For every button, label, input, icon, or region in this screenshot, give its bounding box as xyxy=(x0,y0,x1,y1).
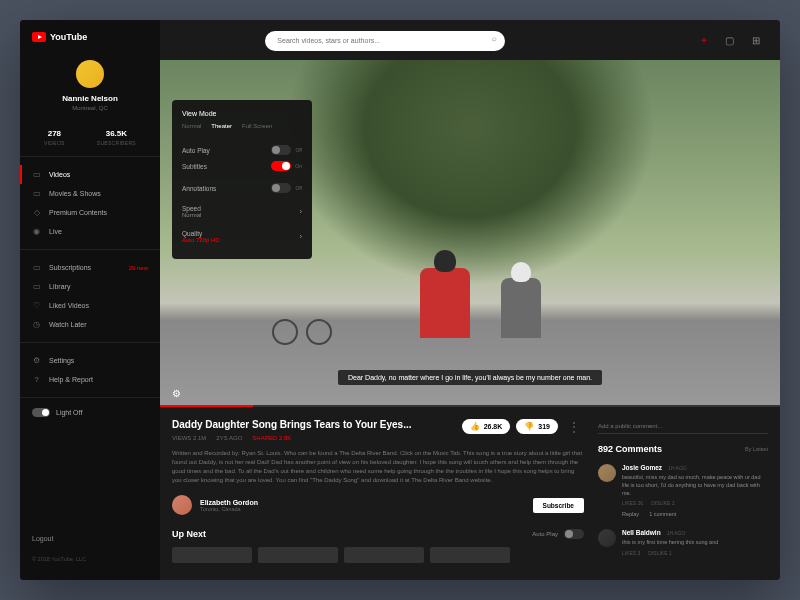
sidebar: YouTube Nannie Nelson Montreal, QC 278 V… xyxy=(20,20,160,580)
stat-videos: 278 VIDEOS xyxy=(44,129,65,146)
meta-views: VIEWS 2.1M xyxy=(172,435,206,441)
avatar[interactable] xyxy=(76,60,104,88)
video-header: Daddy Daughter Song Brings Tears to Your… xyxy=(172,419,584,441)
comment-input[interactable] xyxy=(598,419,768,434)
sidebar-item-subscriptions[interactable]: ▭Subscriptions29 new xyxy=(20,258,160,277)
more-button[interactable]: ⋮ xyxy=(564,420,584,434)
sidebar-item-library[interactable]: ▭Library xyxy=(20,277,160,296)
content-main: Daddy Daughter Song Brings Tears to Your… xyxy=(172,419,584,568)
sidebar-item-videos[interactable]: ▭Videos xyxy=(20,165,160,184)
premium-icon: ◇ xyxy=(32,208,41,217)
view-modes: Normal Theater Full Screen xyxy=(182,123,302,129)
upnext-header: Up Next Auto Play xyxy=(172,529,584,539)
subscriptions-icon: ▭ xyxy=(32,263,41,272)
sidebar-item-watchlater[interactable]: ◷Watch Later xyxy=(20,315,160,334)
search-input[interactable] xyxy=(265,31,505,51)
stat-subscribers: 36.5K SUBSCRIBERS xyxy=(97,129,136,146)
video-icon: ▭ xyxy=(32,170,41,179)
sidebar-item-movies[interactable]: ▭Movies & Shows xyxy=(20,184,160,203)
meta-age: 2YS AGO xyxy=(216,435,242,441)
sidebar-item-live[interactable]: ◉Live xyxy=(20,222,160,241)
content-area: Daddy Daughter Song Brings Tears to Your… xyxy=(160,407,780,580)
app-window: YouTube Nannie Nelson Montreal, QC 278 V… xyxy=(20,20,780,580)
logout-link[interactable]: Logout xyxy=(32,527,148,550)
autoplay-toggle[interactable] xyxy=(271,145,291,155)
upnext-autoplay-toggle[interactable] xyxy=(564,529,584,539)
panel-title: View Mode xyxy=(182,110,302,117)
up-next-section: Up Next Auto Play xyxy=(172,529,584,563)
comment-author: Josie Gomez xyxy=(622,464,662,471)
caption-text: Dear Daddy, no matter where I go in life… xyxy=(338,370,602,385)
sidebar-item-settings[interactable]: ⚙Settings xyxy=(20,351,160,370)
brand-name: YouTube xyxy=(50,32,87,42)
live-icon: ◉ xyxy=(32,227,41,236)
row-speed[interactable]: SpeedNormal › xyxy=(182,199,302,224)
youtube-icon xyxy=(32,32,46,42)
sidebar-footer: Logout © 2018 YouTube, LLC xyxy=(20,527,160,568)
comments-sort[interactable]: By Latest xyxy=(745,446,768,452)
player-settings-panel: View Mode Normal Theater Full Screen Aut… xyxy=(172,100,312,259)
subscribe-button[interactable]: Subscribe xyxy=(533,498,584,513)
video-description: Written and Recorded by: Ryan St. Louis.… xyxy=(172,449,584,485)
topbar: ⌕ ＋ ▢ ⊞ xyxy=(160,20,780,60)
like-button[interactable]: 👍26.8K xyxy=(462,419,511,434)
upnext-title: Up Next xyxy=(172,529,206,539)
video-player[interactable]: View Mode Normal Theater Full Screen Aut… xyxy=(160,60,780,407)
uploader-avatar[interactable] xyxy=(172,495,192,515)
search-box: ⌕ xyxy=(265,29,505,51)
main-area: ⌕ ＋ ▢ ⊞ View Mode Normal Theater Full Sc xyxy=(160,20,780,580)
row-annotations: Annotations Off xyxy=(182,177,302,199)
toggle-icon xyxy=(32,408,50,417)
search-icon[interactable]: ⌕ xyxy=(492,34,497,43)
row-quality[interactable]: QualityAuto 720p HD › xyxy=(182,224,302,249)
light-off-toggle[interactable]: Light Off xyxy=(20,398,160,427)
dislike-button[interactable]: 👎319 xyxy=(516,419,558,434)
annotations-toggle[interactable] xyxy=(271,183,291,193)
comment-item: Josie Gomez1H AGO beautiful, miss my dad… xyxy=(598,464,768,517)
sidebar-item-help[interactable]: ?Help & Report xyxy=(20,370,160,389)
topbar-actions: ＋ ▢ ⊞ xyxy=(696,32,764,48)
reply-button[interactable]: Replay xyxy=(622,511,639,517)
comment-avatar[interactable] xyxy=(598,529,616,547)
mode-normal[interactable]: Normal xyxy=(182,123,201,129)
library-icon: ▭ xyxy=(32,282,41,291)
comment-author: Nell Baldwin xyxy=(622,529,661,536)
video-title: Daddy Daughter Song Brings Tears to Your… xyxy=(172,419,412,430)
notifications-button[interactable]: ▢ xyxy=(722,32,738,48)
mode-fullscreen[interactable]: Full Screen xyxy=(242,123,272,129)
thumb-2[interactable] xyxy=(258,547,338,563)
uploader-name: Elizabeth Gordon xyxy=(200,499,525,506)
comments-panel: 892 Comments By Latest Josie Gomez1H AGO… xyxy=(598,419,768,568)
thumb-3[interactable] xyxy=(344,547,424,563)
sidebar-item-liked[interactable]: ♡Liked Videos xyxy=(20,296,160,315)
profile-block: Nannie Nelson Montreal, QC xyxy=(20,54,160,121)
player-gear-icon[interactable]: ⚙ xyxy=(172,388,181,399)
copyright: © 2018 YouTube, LLC xyxy=(32,550,148,568)
profile-location: Montreal, QC xyxy=(72,105,108,111)
comment-avatar[interactable] xyxy=(598,464,616,482)
comments-count: 892 Comments xyxy=(598,444,662,454)
gear-icon: ⚙ xyxy=(32,356,41,365)
profile-stats: 278 VIDEOS 36.5K SUBSCRIBERS xyxy=(20,121,160,157)
profile-name: Nannie Nelson xyxy=(62,94,118,103)
comment-item: Nell Baldwin1H AGO this is my first time… xyxy=(598,529,768,556)
upnext-autoplay: Auto Play xyxy=(532,529,584,539)
thumb-1[interactable] xyxy=(172,547,252,563)
uploader-info: Elizabeth Gordon Toronto, Canada xyxy=(200,499,525,512)
chevron-right-icon: › xyxy=(300,208,302,215)
uploader-row: Elizabeth Gordon Toronto, Canada Subscri… xyxy=(172,495,584,515)
progress-bar[interactable] xyxy=(160,405,780,407)
row-subtitles: Subtitles On xyxy=(182,155,302,177)
thumb-4[interactable] xyxy=(430,547,510,563)
mode-theater[interactable]: Theater xyxy=(211,123,232,129)
subtitles-toggle[interactable] xyxy=(271,161,291,171)
new-badge: 29 new xyxy=(129,265,148,271)
comment-text: this is my first time hering this song a… xyxy=(622,539,768,547)
upload-button[interactable]: ＋ xyxy=(696,32,712,48)
logo[interactable]: YouTube xyxy=(20,32,160,54)
sidebar-item-premium[interactable]: ◇Premium Contents xyxy=(20,203,160,222)
apps-button[interactable]: ⊞ xyxy=(748,32,764,48)
upnext-thumbs xyxy=(172,547,584,563)
like-icon: ♡ xyxy=(32,301,41,310)
chevron-right-icon: › xyxy=(300,233,302,240)
